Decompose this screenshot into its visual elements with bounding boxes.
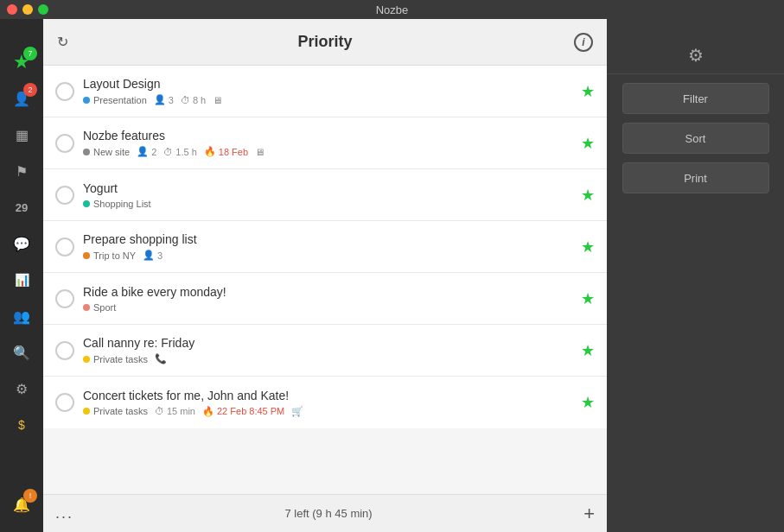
project-color-dot bbox=[83, 200, 90, 207]
time-estimate: ⏱ 1.5 h bbox=[163, 147, 196, 157]
maximize-button[interactable] bbox=[38, 4, 48, 15]
task-meta: Presentation 👤 3 ⏱ 8 h 🖥 bbox=[83, 94, 572, 105]
main-content: ↻ Priority i Layout Design Presentation bbox=[43, 19, 607, 532]
comment-icon: 👤 bbox=[137, 146, 149, 157]
comment-icon: 👤 bbox=[154, 94, 166, 105]
task-project-tag: Trip to NY bbox=[83, 250, 136, 261]
notification-badge: ! bbox=[23, 489, 37, 503]
sidebar-item-inbox[interactable]: 👤 2 bbox=[4, 81, 39, 116]
star-button[interactable]: ★ bbox=[581, 289, 595, 308]
sidebar-item-settings[interactable]: ⚙ bbox=[4, 371, 39, 406]
more-options-button[interactable]: ... bbox=[55, 504, 73, 522]
project-color-dot bbox=[83, 408, 90, 415]
fire-icon: 🔥 bbox=[204, 146, 216, 157]
sidebar-item-calendar[interactable]: 29 bbox=[4, 190, 39, 225]
refresh-button[interactable]: ↻ bbox=[57, 34, 68, 50]
gear-icon: ⚙ bbox=[688, 45, 704, 66]
search-icon: 🔍 bbox=[13, 345, 30, 361]
due-date: 🔥 22 Feb 8:45 PM bbox=[202, 406, 284, 417]
task-project-tag: Sport bbox=[83, 302, 116, 313]
sidebar: ★ 7 👤 2 ▦ ⚑ 29 💬 📊 👥 🔍 ⚙ $ 🔔 ! bbox=[0, 19, 43, 532]
flag-icon: ⚑ bbox=[16, 163, 28, 180]
task-project-tag: New site bbox=[83, 147, 130, 157]
projects-icon: ▦ bbox=[16, 127, 29, 143]
star-button[interactable]: ★ bbox=[581, 238, 595, 256]
task-meta: Private tasks 📞 bbox=[83, 353, 572, 364]
info-button[interactable]: i bbox=[574, 33, 593, 52]
table-row: Prepare shopping list Trip to NY 👤 3 ★ bbox=[43, 221, 607, 273]
project-name: Sport bbox=[93, 302, 116, 313]
project-name: Shopping List bbox=[93, 199, 151, 209]
cart-icon-indicator: 🛒 bbox=[291, 406, 303, 417]
sidebar-item-notifications[interactable]: 🔔 ! bbox=[4, 487, 39, 522]
due-date: 🔥 18 Feb bbox=[204, 146, 248, 157]
task-meta: Trip to NY 👤 3 bbox=[83, 250, 572, 261]
comment-count: 👤 3 bbox=[143, 250, 163, 261]
star-button[interactable]: ★ bbox=[581, 134, 595, 153]
table-row: Nozbe features New site 👤 2 ⏱ 1.5 h bbox=[43, 117, 607, 169]
task-meta: New site 👤 2 ⏱ 1.5 h 🔥 18 Feb 🖥 bbox=[83, 146, 572, 157]
print-button[interactable]: Print bbox=[622, 162, 769, 193]
sidebar-item-search[interactable]: 🔍 bbox=[4, 335, 39, 370]
priority-badge: 7 bbox=[23, 47, 37, 60]
task-content: Layout Design Presentation 👤 3 ⏱ 8 h 🖥 bbox=[83, 77, 572, 105]
task-content: Yogurt Shopping List bbox=[83, 181, 572, 209]
add-task-button[interactable]: + bbox=[583, 503, 595, 525]
task-checkbox[interactable] bbox=[55, 238, 74, 256]
table-row: Layout Design Presentation 👤 3 ⏱ 8 h 🖥 bbox=[43, 66, 607, 117]
project-name: Trip to NY bbox=[93, 250, 136, 261]
star-button[interactable]: ★ bbox=[581, 186, 595, 205]
comment-count: 👤 3 bbox=[154, 94, 174, 105]
sidebar-item-reports[interactable]: 📊 bbox=[4, 263, 39, 297]
task-title: Ride a bike every monday! bbox=[83, 285, 572, 299]
task-checkbox[interactable] bbox=[55, 134, 74, 153]
task-content: Concert tickets for me, John and Kate! P… bbox=[83, 389, 572, 417]
project-color-dot bbox=[83, 149, 90, 155]
clock-icon: ⏱ bbox=[163, 147, 173, 157]
close-button[interactable] bbox=[7, 4, 17, 15]
filter-button[interactable]: Filter bbox=[622, 83, 769, 114]
reports-icon: 📊 bbox=[15, 273, 29, 287]
sidebar-item-team[interactable]: 👥 bbox=[4, 299, 39, 333]
task-meta: Sport bbox=[83, 302, 572, 313]
star-button[interactable]: ★ bbox=[581, 341, 595, 360]
star-button[interactable]: ★ bbox=[581, 393, 595, 412]
sidebar-item-comments[interactable]: 💬 bbox=[4, 226, 39, 261]
window-title: Nozbe bbox=[376, 3, 409, 16]
table-row: Concert tickets for me, John and Kate! P… bbox=[43, 377, 607, 428]
task-list: Layout Design Presentation 👤 3 ⏱ 8 h 🖥 bbox=[43, 66, 607, 494]
comments-icon: 💬 bbox=[13, 236, 30, 252]
task-project-tag: Private tasks bbox=[83, 354, 148, 364]
sidebar-item-flags[interactable]: ⚑ bbox=[4, 154, 39, 188]
sort-button[interactable]: Sort bbox=[622, 123, 769, 154]
task-checkbox[interactable] bbox=[55, 186, 74, 205]
task-title: Nozbe features bbox=[83, 129, 572, 142]
page-title: Priority bbox=[297, 33, 352, 51]
fire-icon: 🔥 bbox=[202, 406, 214, 417]
sidebar-item-projects[interactable]: ▦ bbox=[4, 117, 39, 152]
task-checkbox[interactable] bbox=[55, 341, 74, 360]
star-button[interactable]: ★ bbox=[581, 82, 595, 101]
billing-icon: $ bbox=[18, 418, 25, 432]
task-checkbox[interactable] bbox=[55, 393, 74, 412]
task-content: Ride a bike every monday! Sport bbox=[83, 285, 572, 313]
task-title: Yogurt bbox=[83, 181, 572, 195]
sidebar-item-billing[interactable]: $ bbox=[4, 408, 39, 442]
project-name: Private tasks bbox=[93, 406, 148, 416]
task-content: Call nanny re: Friday Private tasks 📞 bbox=[83, 336, 572, 364]
right-panel: ⚙ Filter Sort Print bbox=[607, 19, 784, 532]
minimize-button[interactable] bbox=[22, 4, 33, 15]
task-title: Prepare shopping list bbox=[83, 232, 572, 246]
sidebar-item-priority[interactable]: ★ 7 bbox=[4, 45, 39, 79]
task-checkbox[interactable] bbox=[55, 82, 74, 101]
project-color-dot bbox=[83, 252, 90, 259]
header: ↻ Priority i bbox=[43, 19, 607, 66]
time-estimate: ⏱ 15 min bbox=[155, 406, 195, 416]
task-content: Prepare shopping list Trip to NY 👤 3 bbox=[83, 232, 572, 261]
task-checkbox[interactable] bbox=[55, 289, 74, 308]
task-meta: Private tasks ⏱ 15 min 🔥 22 Feb 8:45 PM … bbox=[83, 406, 572, 417]
task-meta: Shopping List bbox=[83, 199, 572, 209]
table-row: Call nanny re: Friday Private tasks 📞 ★ bbox=[43, 325, 607, 377]
project-name: Private tasks bbox=[93, 354, 148, 364]
project-color-dot bbox=[83, 356, 90, 363]
